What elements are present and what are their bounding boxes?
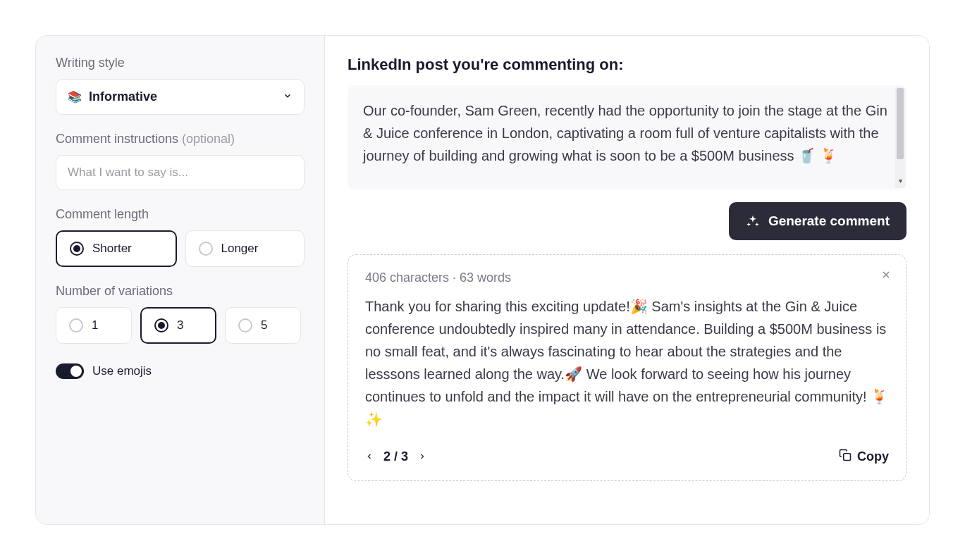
length-shorter-option[interactable]: Shorter [56, 230, 177, 267]
variations-group: 1 3 5 [56, 307, 305, 344]
generate-comment-button[interactable]: Generate comment [729, 202, 906, 240]
use-emojis-row: Use emojis [56, 363, 305, 379]
option-label: 1 [92, 318, 98, 332]
comment-length-label: Comment length [56, 207, 305, 222]
comment-instructions-label: Comment instructions (optional) [56, 132, 305, 147]
option-label: Longer [221, 242, 259, 256]
generated-comment-card: 406 characters · 63 words Thank you for … [348, 254, 906, 481]
books-icon: 📚 [68, 90, 82, 104]
variations-5-option[interactable]: 5 [225, 307, 301, 344]
app-container: Writing style 📚 Informative Comment inst… [35, 35, 930, 525]
use-emojis-toggle[interactable] [56, 363, 84, 379]
post-text: Our co-founder, Sam Green, recently had … [363, 103, 887, 163]
pager-next-icon[interactable] [418, 449, 426, 464]
scrollbar-down-arrow-icon[interactable]: ▾ [899, 175, 902, 187]
variations-3-option[interactable]: 3 [140, 307, 216, 344]
length-longer-option[interactable]: Longer [185, 230, 305, 267]
use-emojis-label: Use emojis [92, 364, 152, 378]
variations-1-option[interactable]: 1 [56, 307, 132, 344]
radio-icon [70, 242, 84, 256]
option-label: 3 [177, 318, 183, 332]
option-label: 5 [261, 318, 267, 332]
writing-style-dropdown[interactable]: 📚 Informative [56, 79, 305, 115]
pager-position: 2 / 3 [383, 449, 408, 464]
writing-style-label: Writing style [56, 56, 305, 70]
radio-icon [238, 318, 252, 332]
copy-icon [839, 449, 852, 465]
svg-rect-2 [844, 454, 851, 461]
writing-style-value: Informative [89, 89, 157, 104]
radio-icon [154, 318, 168, 332]
scrollbar-thumb[interactable] [897, 88, 904, 159]
scrollbar[interactable]: ▾ [895, 87, 905, 188]
close-icon[interactable] [880, 269, 892, 284]
pager-prev-icon[interactable] [365, 449, 374, 464]
result-footer: 2 / 3 Copy [365, 449, 889, 465]
settings-sidebar: Writing style 📚 Informative Comment inst… [36, 36, 325, 524]
result-pager: 2 / 3 [365, 449, 426, 464]
main-panel: LinkedIn post you're commenting on: Our … [325, 36, 929, 524]
sparkle-icon [746, 214, 760, 228]
post-heading: LinkedIn post you're commenting on: [348, 56, 906, 74]
linkedin-post-box[interactable]: Our co-founder, Sam Green, recently had … [348, 85, 906, 189]
radio-icon [199, 242, 213, 256]
radio-icon [69, 318, 83, 332]
comment-instructions-input[interactable] [56, 155, 305, 190]
copy-label: Copy [857, 449, 889, 464]
chevron-down-icon [283, 91, 293, 104]
result-text: Thank you for sharing this exciting upda… [365, 295, 889, 430]
dropdown-value: 📚 Informative [68, 89, 157, 104]
option-label: Shorter [92, 242, 132, 256]
comment-length-group: Shorter Longer [56, 230, 305, 267]
generate-row: Generate comment [348, 202, 906, 240]
copy-button[interactable]: Copy [839, 449, 889, 465]
variations-label: Number of variations [56, 284, 305, 299]
result-meta: 406 characters · 63 words [365, 270, 889, 285]
generate-label: Generate comment [768, 213, 890, 229]
